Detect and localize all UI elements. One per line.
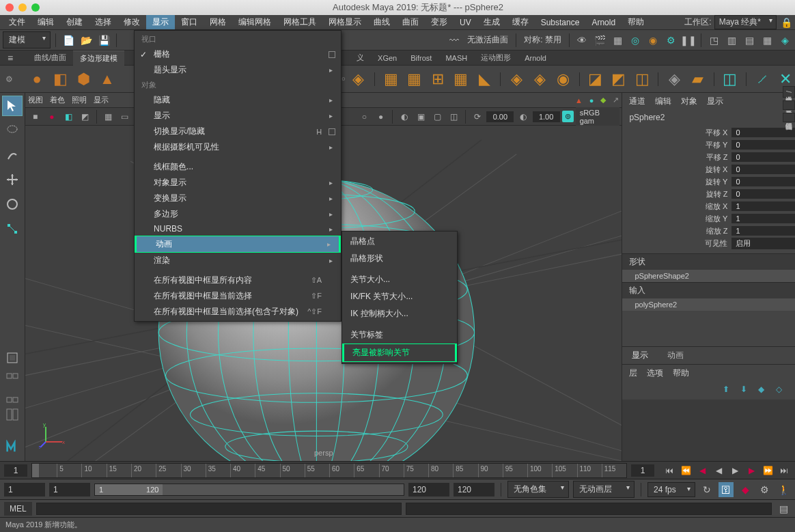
attr-label[interactable]: 缩放 X bbox=[622, 201, 731, 212]
menu-modify[interactable]: 修改 bbox=[117, 15, 146, 29]
minimize-window-icon[interactable] bbox=[18, 3, 27, 12]
attr-value[interactable]: 1 bbox=[731, 214, 795, 223]
poly-cone-icon[interactable]: ▲ bbox=[98, 68, 117, 90]
lp-move-down-icon[interactable]: ⬇ bbox=[740, 384, 753, 397]
vp-gamma-value[interactable]: 1.00 bbox=[533, 111, 560, 122]
vp-shadows-icon[interactable]: ▣ bbox=[413, 110, 428, 124]
quad-draw-icon[interactable]: ◫ bbox=[721, 68, 740, 90]
rotate-tool-icon[interactable] bbox=[2, 194, 23, 214]
tris-icon[interactable]: ◣ bbox=[475, 68, 494, 90]
vp-top-right-icon3[interactable]: ◆ bbox=[600, 96, 606, 104]
menu-curve[interactable]: 曲线 bbox=[367, 15, 396, 29]
cubes-icon[interactable]: ⊞ bbox=[428, 68, 447, 90]
sm-joint-size[interactable]: 关节大小... bbox=[342, 271, 457, 288]
attr-value[interactable]: 1 bbox=[731, 201, 795, 211]
vp-colormgmt-icon[interactable]: ⊚ bbox=[562, 111, 574, 122]
grid-icon[interactable]: ▦ bbox=[451, 68, 471, 90]
human-ik-icon[interactable]: 🚶 bbox=[776, 482, 791, 497]
attr-label[interactable]: 缩放 Z bbox=[622, 226, 731, 236]
attr-value[interactable]: 0 bbox=[731, 189, 795, 199]
range-end-a[interactable]: 120 bbox=[408, 483, 449, 496]
vp-msaa-icon[interactable]: ◫ bbox=[447, 110, 461, 124]
select-tool-icon[interactable] bbox=[2, 96, 23, 116]
poly-cube-icon[interactable]: ◧ bbox=[51, 68, 70, 90]
smooth-icon[interactable]: ◈ bbox=[665, 68, 684, 90]
cm-render[interactable]: 渲染▸ bbox=[135, 253, 341, 268]
render-view-icon[interactable]: ⚙ bbox=[663, 33, 678, 48]
cm-frame-all[interactable]: 在所有视图中框显所有内容⇧A bbox=[135, 272, 341, 288]
step-back-icon[interactable]: ◀ bbox=[695, 464, 709, 477]
menu-mesh[interactable]: 网格 bbox=[204, 15, 232, 29]
menu-arnold[interactable]: Arnold bbox=[585, 16, 622, 29]
lp-menu-options[interactable]: 选项 bbox=[647, 367, 663, 379]
vp-top-right-icon4[interactable]: ↗ bbox=[613, 96, 619, 104]
panel-layout2-icon[interactable]: ▤ bbox=[742, 33, 757, 48]
attr-value[interactable]: 0 bbox=[731, 165, 795, 174]
outliner-icon[interactable] bbox=[2, 408, 23, 421]
layer-list[interactable] bbox=[622, 400, 795, 461]
range-start-a[interactable]: 1 bbox=[4, 483, 45, 496]
cm-grid[interactable]: ✓栅格 bbox=[135, 46, 341, 62]
vp-top-right-icon2[interactable]: ● bbox=[589, 96, 594, 104]
attr-label[interactable]: 平移 Z bbox=[622, 152, 731, 163]
character-set-dropdown[interactable]: 无角色集 bbox=[507, 481, 569, 498]
range-end-b[interactable]: 120 bbox=[454, 483, 494, 496]
attr-value[interactable]: 0 bbox=[731, 152, 795, 162]
lp-tab-display[interactable]: 显示 bbox=[622, 347, 658, 364]
lock-icon[interactable]: 🔒 bbox=[781, 17, 792, 28]
fps-dropdown[interactable]: 24 fps bbox=[647, 482, 695, 497]
cm-obj-display[interactable]: 对象显示▸ bbox=[135, 175, 341, 191]
vp-menu-view[interactable]: 视图 bbox=[28, 95, 43, 105]
menu-display[interactable]: 显示 bbox=[146, 15, 175, 29]
attr-value[interactable]: 1 bbox=[731, 226, 795, 236]
workspace-dropdown[interactable]: Maya 经典* bbox=[714, 15, 777, 29]
key-icon[interactable]: ◆ bbox=[738, 482, 753, 497]
cm-poly[interactable]: 多边形▸ bbox=[135, 206, 341, 222]
extrude-icon[interactable]: ◪ bbox=[586, 68, 605, 90]
cb-tab-object[interactable]: 对象 bbox=[681, 96, 697, 107]
range-slider[interactable]: 1120 bbox=[94, 484, 404, 496]
cm-hide[interactable]: 隐藏▸ bbox=[135, 92, 341, 108]
step-fwd-icon[interactable]: ▶ bbox=[744, 464, 758, 477]
combine-icon[interactable]: ◈ bbox=[507, 68, 526, 90]
new-scene-icon[interactable]: 📄 bbox=[61, 33, 76, 48]
autokey-icon[interactable]: ⚿ bbox=[719, 482, 734, 497]
move-tool-icon[interactable] bbox=[2, 169, 23, 190]
shelf-tab-arnold[interactable]: Arnold bbox=[518, 52, 553, 64]
goto-start-icon[interactable]: ⏮ bbox=[662, 464, 676, 477]
cm-xform-display[interactable]: 变换显示▸ bbox=[135, 191, 341, 206]
attr-label[interactable]: 平移 X bbox=[622, 128, 731, 138]
shape-node-name[interactable]: pSphereShape2 bbox=[622, 270, 795, 282]
sm-highlight-affected[interactable]: 亮显被影响关节 bbox=[342, 344, 457, 362]
menu-create[interactable]: 创建 bbox=[60, 15, 89, 29]
cm-frame-sel-children[interactable]: 在所有视图中框显当前选择(包含子对象)^⇧F bbox=[135, 304, 341, 320]
prefs-icon[interactable]: ⚙ bbox=[757, 482, 772, 497]
lp-new-empty-icon[interactable]: ◆ bbox=[758, 384, 770, 397]
menu-deform[interactable]: 变形 bbox=[425, 15, 454, 29]
menu-mesh-tools[interactable]: 网格工具 bbox=[277, 15, 322, 29]
vp-gamma-icon[interactable]: ◐ bbox=[516, 110, 530, 124]
shelf-tab-mash[interactable]: MASH bbox=[438, 52, 474, 64]
cb-tab-edit[interactable]: 编辑 bbox=[655, 96, 671, 107]
vp-grid-icon[interactable]: ▦ bbox=[101, 110, 115, 124]
menu-help[interactable]: 帮助 bbox=[622, 15, 650, 29]
menu-edit[interactable]: 编辑 bbox=[31, 15, 60, 29]
menu-select[interactable]: 选择 bbox=[89, 15, 117, 29]
pause-icon[interactable]: ❚❚ bbox=[681, 33, 696, 48]
mirror-icon[interactable]: ▰ bbox=[688, 68, 707, 90]
poly-sphere-icon[interactable]: ● bbox=[27, 68, 46, 90]
attr-label[interactable]: 旋转 X bbox=[622, 165, 731, 175]
vp-film-icon[interactable]: ▭ bbox=[117, 110, 132, 124]
maya-logo-icon[interactable] bbox=[2, 435, 23, 458]
attr-toggle-icon[interactable]: ◈ bbox=[777, 33, 792, 48]
layout-single-icon[interactable] bbox=[2, 348, 23, 368]
cube1-icon[interactable]: ▦ bbox=[381, 68, 400, 90]
lp-tab-anim[interactable]: 动画 bbox=[658, 347, 693, 364]
channel-toggle-icon[interactable]: ▦ bbox=[759, 33, 775, 48]
cm-toggle[interactable]: 切换显示/隐藏H bbox=[135, 124, 341, 139]
save-scene-icon[interactable]: 💾 bbox=[96, 33, 111, 48]
attr-value[interactable]: 0 bbox=[731, 177, 795, 186]
current-frame-left[interactable]: 1 bbox=[4, 464, 27, 477]
outliner-toggle-icon[interactable]: ◳ bbox=[706, 33, 721, 48]
poly-cylinder-icon[interactable]: ⬢ bbox=[74, 68, 93, 90]
